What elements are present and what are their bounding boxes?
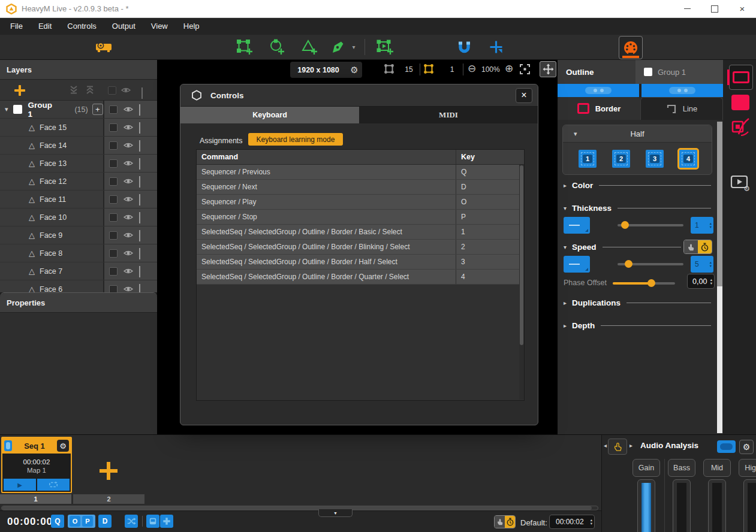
- menu-item-file[interactable]: File: [2, 18, 31, 35]
- sequencer-hscrollbar[interactable]: [1, 506, 598, 510]
- add-quad-tool[interactable]: [235, 35, 253, 59]
- key-badge-d[interactable]: D: [98, 515, 112, 528]
- sequence-play-button[interactable]: ▶: [4, 479, 36, 491]
- group-expander-icon[interactable]: ▾: [5, 105, 8, 113]
- table-row[interactable]: Sequencer / PreviousQ: [197, 165, 524, 180]
- state-checkbox[interactable]: [109, 177, 118, 186]
- sequence-card[interactable]: Seq 1 ⚙ 00:00:02 Map 1 ▶: [1, 437, 72, 493]
- close-window-button[interactable]: ×: [728, 0, 756, 17]
- time-sync-button[interactable]: [505, 516, 515, 528]
- preset-button-4[interactable]: 4: [679, 150, 697, 168]
- sequence-settings-button[interactable]: ⚙: [57, 440, 69, 452]
- state-checkbox[interactable]: [109, 105, 118, 114]
- thickness-slider-thumb[interactable]: [621, 221, 629, 229]
- tab-line[interactable]: Line: [640, 97, 723, 120]
- expand-chevron-icon[interactable]: [139, 248, 140, 259]
- table-row[interactable]: Sequencer / NextD: [197, 180, 524, 195]
- expand-chevron-icon[interactable]: [139, 176, 140, 187]
- outline-group-checkbox[interactable]: [644, 68, 652, 76]
- midi-mapping-button[interactable]: [619, 36, 643, 59]
- layer-row-face[interactable]: △Face 15: [0, 119, 157, 137]
- state-checkbox[interactable]: [109, 267, 118, 276]
- effect-bar-2[interactable]: [641, 84, 723, 97]
- visibility-eye-icon[interactable]: [124, 196, 133, 202]
- add-sequence-button[interactable]: [100, 462, 118, 480]
- state-checkbox[interactable]: [109, 123, 118, 132]
- layer-row-face[interactable]: △Face 12: [0, 173, 157, 191]
- fill-effect-button[interactable]: [731, 95, 749, 110]
- table-row[interactable]: SelectedSeq / SelectedGroup / Outline / …: [197, 270, 524, 285]
- expand-chevron-icon[interactable]: [139, 230, 140, 241]
- speed-slider-thumb[interactable]: [625, 260, 632, 268]
- outline-effect-button[interactable]: [729, 65, 753, 90]
- expand-chevron-icon[interactable]: [139, 212, 140, 223]
- layer-row-face[interactable]: △Face 7: [0, 262, 157, 280]
- section-depth[interactable]: ▸ Depth: [564, 320, 711, 331]
- table-row[interactable]: Sequencer / StopP: [197, 210, 524, 225]
- player-settings-button[interactable]: ⚙: [730, 174, 751, 194]
- audio-analysis-toggle[interactable]: [717, 440, 736, 453]
- expand-chevron-icon[interactable]: [139, 266, 140, 277]
- maximize-button[interactable]: [701, 0, 728, 17]
- tab-midi[interactable]: MIDI: [359, 107, 538, 123]
- speed-mode-dropdown[interactable]: [564, 256, 590, 273]
- projector-output-button[interactable]: [93, 35, 115, 59]
- section-thickness[interactable]: ▾ Thickness: [564, 202, 711, 213]
- menu-item-view[interactable]: View: [143, 18, 176, 35]
- visibility-eye-icon[interactable]: [124, 250, 133, 256]
- table-row[interactable]: SelectedSeq / SelectedGroup / Outline / …: [197, 240, 524, 255]
- sequence-loop-button[interactable]: [37, 479, 70, 491]
- add-anchor-point-button[interactable]: [488, 35, 504, 59]
- global-expand-chevron-icon[interactable]: [141, 87, 143, 98]
- outline-scrollbar[interactable]: [717, 122, 722, 433]
- preset-button-2[interactable]: 2: [612, 150, 630, 168]
- solo-column-button[interactable]: [146, 515, 159, 528]
- resolution-settings-gear-icon[interactable]: ⚙: [347, 65, 362, 75]
- state-checkbox[interactable]: [109, 141, 118, 150]
- state-checkbox[interactable]: [109, 195, 118, 204]
- menu-item-controls[interactable]: Controls: [59, 18, 104, 35]
- spinner-arrows-icon[interactable]: ▴▾: [710, 256, 712, 273]
- shuffle-button[interactable]: [125, 515, 138, 528]
- sequence-column-2[interactable]: 2: [73, 494, 144, 504]
- layer-row-face[interactable]: △Face 14: [0, 137, 157, 155]
- fit-view-button[interactable]: [519, 64, 531, 77]
- pan-tool-button[interactable]: [540, 61, 556, 77]
- add-player-tool[interactable]: [375, 35, 394, 59]
- expand-chevron-icon[interactable]: [139, 122, 140, 133]
- layer-row-face[interactable]: △Face 10: [0, 208, 157, 226]
- menu-item-help[interactable]: Help: [176, 18, 207, 35]
- thickness-spinner[interactable]: 1 ▴▾: [691, 217, 713, 234]
- tab-border[interactable]: Border: [558, 97, 640, 120]
- state-checkbox[interactable]: [109, 213, 118, 222]
- preset-button-1[interactable]: 1: [579, 150, 597, 168]
- global-state-checkbox[interactable]: [108, 86, 116, 95]
- border-mode-dropdown[interactable]: ▾ Half: [563, 125, 712, 143]
- visibility-eye-icon[interactable]: [124, 178, 133, 185]
- collapse-right-arrow[interactable]: ▸: [630, 442, 632, 449]
- expand-chevron-icon[interactable]: [139, 140, 140, 151]
- visibility-eye-icon[interactable]: [124, 268, 133, 274]
- phase-offset-spinner[interactable]: 0,00 ▴▾: [687, 274, 715, 289]
- section-color[interactable]: ▸ Color: [564, 180, 711, 191]
- table-row[interactable]: Sequencer / PlayO: [197, 195, 524, 210]
- spinner-arrows-icon[interactable]: ▴▾: [591, 515, 592, 528]
- add-column-button[interactable]: [160, 515, 173, 528]
- sequencer-collapse-handle[interactable]: ▼: [318, 509, 353, 517]
- controls-dialog-titlebar[interactable]: Controls ×: [180, 84, 538, 107]
- add-triangle-tool[interactable]: [300, 35, 318, 59]
- visibility-eye-icon[interactable]: [124, 124, 133, 131]
- layer-row-face[interactable]: △Face 13: [0, 155, 157, 173]
- magnet-snap-button[interactable]: [456, 35, 472, 59]
- pen-tool[interactable]: [329, 35, 346, 59]
- speed-slider[interactable]: [618, 263, 683, 265]
- visibility-eye-icon[interactable]: [124, 160, 133, 167]
- tap-sync-button[interactable]: [495, 516, 505, 528]
- outline-scrollbar-thumb[interactable]: [717, 122, 722, 286]
- visibility-eye-icon[interactable]: [124, 232, 133, 238]
- layer-row-face[interactable]: △Face 9: [0, 226, 157, 244]
- table-row[interactable]: SelectedSeq / SelectedGroup / Outline / …: [197, 255, 524, 270]
- effect-bar-1[interactable]: [558, 84, 639, 97]
- add-face-to-group-button[interactable]: +: [92, 104, 103, 115]
- menu-item-output[interactable]: Output: [104, 18, 143, 35]
